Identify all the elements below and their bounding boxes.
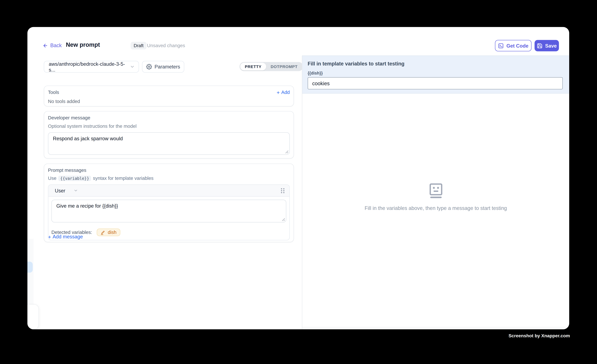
save-icon xyxy=(537,43,542,48)
get-code-label: Get Code xyxy=(506,43,528,48)
tools-empty-text: No tools added xyxy=(44,95,294,104)
watermark-text: Screenshot by Xnapper.com xyxy=(509,333,570,338)
message-header: User xyxy=(48,185,289,197)
message-content-input[interactable]: Give me a recipe for {{dish}} xyxy=(51,200,286,222)
model-selector[interactable]: aws/anthropic/bedrock-claude-3-5-s... xyxy=(44,61,139,73)
role-value: User xyxy=(55,188,65,193)
sidebar-active-item-fragment xyxy=(27,262,33,273)
prompt-messages-title: Prompt messages xyxy=(48,168,290,173)
add-message-label: Add message xyxy=(53,234,83,240)
test-panel-title: Fill in template variables to start test… xyxy=(308,61,404,67)
plus-icon: + xyxy=(48,234,51,239)
add-tool-button[interactable]: + Add xyxy=(277,90,290,95)
variable-name-label: {{dish}} xyxy=(308,71,323,75)
variable-badge-dish[interactable]: dish xyxy=(97,228,120,236)
developer-message-subtitle: Optional system instructions for the mod… xyxy=(48,124,290,129)
pencil-icon xyxy=(101,230,105,235)
message-block: User Give me a recipe for {{dish}} xyxy=(48,184,290,240)
parameters-label: Parameters xyxy=(155,64,180,69)
model-selector-value: aws/anthropic/bedrock-claude-3-5-s... xyxy=(49,61,130,72)
status-badge: Draft xyxy=(131,42,147,49)
terminal-square-icon xyxy=(498,43,504,48)
arrow-left-icon xyxy=(43,43,48,48)
gear-icon xyxy=(146,64,152,69)
sidebar-popover-fragment xyxy=(27,304,39,329)
unsaved-changes-label: Unsaved changes xyxy=(147,43,185,48)
chevron-down-icon xyxy=(130,64,135,69)
get-code-button[interactable]: Get Code xyxy=(495,40,532,51)
hint-suffix: syntax for template variables xyxy=(93,176,153,181)
bot-face-icon xyxy=(429,183,442,198)
back-label: Back xyxy=(50,43,62,48)
back-button[interactable]: Back xyxy=(43,43,62,48)
prompt-editor-window: Back New prompt Draft Unsaved changes Ge… xyxy=(27,27,569,329)
save-label: Save xyxy=(545,43,557,48)
chat-empty-state: Fill in the variables above, then type a… xyxy=(302,93,569,327)
role-selector[interactable]: User xyxy=(55,188,78,193)
variable-value-input[interactable] xyxy=(308,77,563,90)
tools-card: Tools + Add No tools added xyxy=(44,85,294,106)
plus-icon: + xyxy=(277,90,280,95)
save-button[interactable]: Save xyxy=(534,40,559,51)
toggle-pretty[interactable]: PRETTY xyxy=(240,63,266,70)
chat-divider xyxy=(302,327,569,327)
tools-title: Tools xyxy=(48,90,59,95)
prompt-messages-card: Prompt messages Use {{variable}} syntax … xyxy=(44,164,294,242)
page-title: New prompt xyxy=(66,41,100,48)
template-variables-section: Fill in template variables to start test… xyxy=(302,56,569,94)
drag-handle-icon[interactable] xyxy=(281,188,285,193)
empty-state-text: Fill in the variables above, then type a… xyxy=(365,205,507,211)
chevron-down-icon xyxy=(74,188,78,193)
hint-prefix: Use xyxy=(48,176,56,181)
view-mode-toggle: PRETTY DOTPROMPT xyxy=(239,62,303,71)
developer-message-input[interactable]: Respond as jack sparrow would xyxy=(48,132,290,155)
toggle-dotprompt[interactable]: DOTPROMPT xyxy=(266,63,302,70)
variable-syntax-chip: {{variable}} xyxy=(58,176,91,181)
add-message-button[interactable]: + Add message xyxy=(48,234,83,240)
variable-badge-label: dish xyxy=(108,230,116,235)
screenshot-stage: Back New prompt Draft Unsaved changes Ge… xyxy=(0,0,597,364)
test-panel: Fill in template variables to start test… xyxy=(302,56,569,329)
add-tool-label: Add xyxy=(281,90,290,95)
developer-message-card: Developer message Optional system instru… xyxy=(44,111,294,159)
developer-message-title: Developer message xyxy=(48,115,290,121)
parameters-button[interactable]: Parameters xyxy=(142,61,184,73)
